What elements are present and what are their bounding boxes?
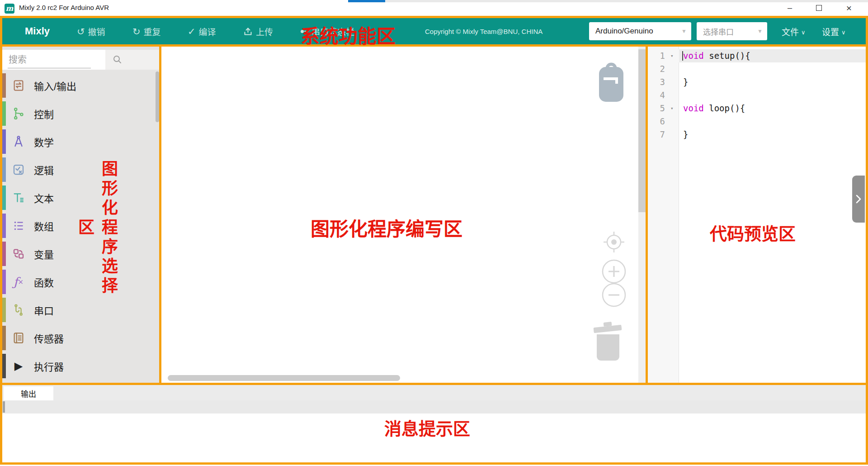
- array-icon: [11, 218, 26, 233]
- fold-arrow-icon[interactable]: ▾: [670, 49, 678, 62]
- message-output-panel: 输出: [2, 385, 866, 462]
- serial-status-label: 串口状态栏: [311, 25, 354, 38]
- line-number: 4: [648, 89, 665, 102]
- zoom-reset-button[interactable]: [602, 230, 626, 254]
- search-row: [2, 50, 159, 70]
- sidebar-item-io[interactable]: 输入/输出: [2, 71, 159, 100]
- math-icon: [11, 134, 26, 149]
- plain-token: }: [683, 129, 688, 139]
- logic-icon: [11, 162, 26, 177]
- maximize-button[interactable]: [807, 1, 830, 15]
- sidebar-item-sensor[interactable]: 传感器: [2, 324, 159, 352]
- play-icon: ▶: [11, 358, 26, 374]
- function-icon: ƒ×: [11, 274, 26, 290]
- annotation-border-toolbar: [0, 44, 868, 47]
- serial-status-icon: [301, 30, 308, 33]
- redo-button[interactable]: ↻ 重复: [132, 18, 161, 44]
- board-select[interactable]: Arduino/Genuino ▼: [589, 22, 691, 40]
- file-menu[interactable]: 文件 ∨: [782, 18, 806, 44]
- keyword-token: void: [683, 103, 704, 113]
- line-number: 1: [648, 49, 665, 62]
- chevron-down-icon: ▼: [757, 28, 763, 34]
- upload-button[interactable]: 上传: [243, 18, 273, 44]
- code-preview-panel: 1 ▾ void setup(){ 2 3 } 4 5 ▾ void loop(…: [648, 47, 866, 383]
- annotation-border-left: [0, 16, 2, 465]
- close-button[interactable]: ×: [836, 1, 862, 15]
- settings-menu[interactable]: 设置 ∨: [822, 18, 846, 44]
- zoom-in-button[interactable]: [601, 259, 627, 284]
- fold-arrow-icon[interactable]: ▾: [670, 102, 678, 115]
- trash-icon[interactable]: [593, 320, 623, 361]
- serial-icon: [11, 302, 26, 318]
- port-select-value: 选择串口: [703, 26, 734, 37]
- text-icon: [11, 190, 26, 205]
- backpack-icon[interactable]: [598, 61, 625, 103]
- brand-menu[interactable]: Mixly: [25, 18, 50, 44]
- sidebar-item-function[interactable]: ƒ× 函数: [2, 268, 159, 296]
- output-scroll-marker: [3, 401, 5, 413]
- plain-token: setup(){: [704, 51, 750, 61]
- sidebar-item-variable[interactable]: 变量: [2, 240, 159, 268]
- annotation-border-top: [0, 16, 868, 18]
- compile-label: 编译: [199, 25, 216, 38]
- code-text: void loop(){: [683, 102, 745, 115]
- minimize-button[interactable]: –: [778, 1, 801, 15]
- sensor-icon: [11, 330, 26, 346]
- category-color-strip: [2, 354, 6, 378]
- code-line: 3 }: [648, 76, 866, 89]
- mixly-logo-icon: m: [5, 4, 14, 14]
- chevron-down-icon: ▼: [681, 28, 687, 34]
- undo-icon: ↺: [77, 27, 85, 36]
- port-select[interactable]: 选择串口 ▼: [697, 22, 767, 40]
- annotation-border-middle: [0, 383, 868, 385]
- annotation-border-bottom: [0, 462, 868, 465]
- sidebar-item-control[interactable]: 控制: [2, 100, 159, 128]
- sidebar-item-label: 控制: [34, 106, 54, 121]
- search-input[interactable]: [8, 52, 91, 68]
- canvas-horizontal-scrollbar-thumb[interactable]: [168, 375, 400, 381]
- function-x-glyph: ×: [18, 278, 24, 286]
- brand-label: Mixly: [25, 25, 50, 37]
- code-line: 5 ▾ void loop(){: [648, 102, 866, 115]
- search-input-box: [2, 50, 105, 70]
- serial-status-button[interactable]: 串口状态栏: [301, 18, 354, 44]
- block-workspace-canvas[interactable]: [161, 47, 646, 383]
- board-select-value: Arduino/Genuino: [595, 27, 653, 36]
- sidebar-item-label: 执行器: [34, 359, 64, 373]
- sidebar-item-serial[interactable]: 串口: [2, 296, 159, 324]
- copyright-label: Copyright © Mixly Team@BNU, CHINA: [425, 28, 542, 35]
- minimize-icon: –: [788, 3, 792, 13]
- line-number: 3: [648, 76, 665, 89]
- category-color-strip: [2, 101, 6, 126]
- chevron-right-icon: [855, 194, 862, 204]
- output-tab-label: 输出: [21, 388, 36, 399]
- code-line: 1 ▾ void setup(){: [648, 49, 866, 62]
- line-number: 6: [648, 115, 665, 128]
- sidebar-item-array[interactable]: 数组: [2, 212, 159, 240]
- category-list: 输入/输出 控制 数学: [2, 71, 159, 380]
- zoom-out-button[interactable]: [601, 282, 627, 308]
- compile-button[interactable]: ✓ 编译: [188, 18, 216, 44]
- canvas-vertical-scrollbar-thumb[interactable]: [638, 49, 646, 212]
- sidebar-item-label: 变量: [34, 247, 54, 261]
- sidebar-item-math[interactable]: 数学: [2, 128, 159, 156]
- sidebar-item-actuator[interactable]: ▶ 执行器: [2, 352, 159, 380]
- plain-token: }: [683, 77, 688, 87]
- sidebar-item-label: 数学: [34, 134, 54, 149]
- undo-button[interactable]: ↺ 撤销: [77, 18, 105, 44]
- annotation-border-right: [866, 16, 868, 465]
- keyword-token: void: [683, 51, 704, 61]
- sidebar-item-label: 传感器: [34, 331, 64, 345]
- sidebar-item-logic[interactable]: 逻辑: [2, 156, 159, 184]
- block-category-sidebar: 输入/输出 控制 数学: [2, 47, 159, 383]
- sidebar-item-text[interactable]: 文本: [2, 184, 159, 212]
- tab-output[interactable]: 输出: [4, 386, 53, 400]
- code-line: 7 }: [648, 128, 866, 141]
- variable-icon: [11, 246, 26, 262]
- code-panel-expand-handle[interactable]: [852, 176, 865, 223]
- sidebar-item-label: 串口: [34, 303, 54, 317]
- line-number: 7: [648, 128, 665, 141]
- search-button[interactable]: [105, 50, 159, 70]
- redo-icon: ↻: [132, 27, 141, 36]
- line-number: 5: [648, 102, 665, 115]
